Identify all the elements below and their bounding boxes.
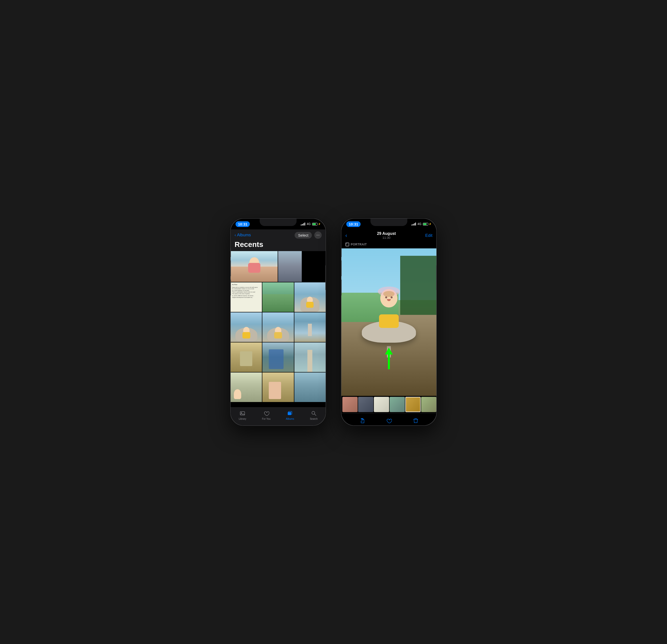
signal-bar-1 [301, 225, 302, 225]
status-bar-right: 10:31 4G ⚡ [341, 219, 436, 229]
back-label: Albums [237, 232, 251, 238]
grid-row-3 [231, 312, 326, 342]
photo-4-img: Its Fine Space ails us moderna: we are s… [231, 283, 262, 312]
grid-row-1 [231, 251, 326, 282]
photo-8[interactable] [262, 312, 294, 342]
tab-albums[interactable]: Albums [278, 410, 302, 420]
battery-icon-right: ⚡ [423, 223, 432, 225]
page-title: Recents [234, 240, 322, 248]
status-time-left: 10:31 [235, 221, 250, 227]
detail-time: 11:30 [377, 236, 396, 240]
detail-nav: ‹ 29 August 11:30 Edit [341, 229, 436, 242]
library-icon [239, 410, 246, 417]
photo-4[interactable]: Its Fine Space ails us moderna: we are s… [231, 283, 262, 312]
mute-button-right [341, 248, 342, 257]
back-chevron-icon: ‹ [234, 232, 236, 238]
main-photo-baby-bowl [341, 248, 436, 396]
back-chevron-icon-right: ‹ [345, 232, 347, 239]
app-container: 10:31 4G ⚡ [230, 218, 437, 426]
film-thumb-1[interactable] [342, 397, 358, 412]
volume-down-button-right [341, 280, 342, 295]
photo-3-img [302, 251, 326, 282]
portrait-badge-area: PORTRAIT [341, 242, 436, 248]
grid-row-5 [231, 372, 326, 402]
film-thumb-4[interactable] [390, 397, 405, 412]
right-phone-screen: 10:31 4G ⚡ [341, 219, 436, 425]
left-phone-screen: 10:31 4G ⚡ [231, 219, 326, 425]
right-phone: 10:31 4G ⚡ [341, 218, 437, 426]
portrait-mode-icon [345, 242, 349, 246]
power-button-right [436, 265, 437, 290]
grid-row-4 [231, 342, 326, 372]
select-button[interactable]: Select [295, 232, 312, 239]
photo-14[interactable] [262, 372, 294, 402]
photo-7-selected[interactable] [231, 312, 262, 342]
photo-13[interactable] [231, 372, 262, 402]
tab-for-you-label: For You [262, 418, 271, 420]
film-thumb-3[interactable] [374, 397, 389, 412]
power-button [325, 265, 326, 290]
network-type-right: 4G [418, 222, 421, 226]
edit-button[interactable]: Edit [425, 233, 433, 238]
baby-eye-left [385, 296, 387, 299]
photo-8-img [262, 312, 294, 342]
photos-app: ‹ Albums Select ··· Recents [231, 229, 326, 425]
arrow-head [385, 348, 393, 354]
film-strip[interactable] [341, 396, 436, 413]
status-right-left: 4G ⚡ [301, 222, 321, 226]
photo-1[interactable] [231, 251, 278, 282]
albums-icon [287, 410, 293, 417]
for-you-icon [263, 410, 270, 417]
photo-6-img [294, 283, 326, 312]
baby-eye-right [391, 296, 393, 299]
detail-back-button[interactable]: ‹ [345, 232, 347, 239]
left-phone: 10:31 4G ⚡ [230, 218, 326, 426]
photo-11-img [262, 342, 294, 372]
arrow-shaft [388, 354, 390, 369]
film-thumb-6[interactable] [421, 397, 436, 412]
tab-library-label: Library [239, 418, 246, 420]
photo-detail-app: ‹ 29 August 11:30 Edit [341, 229, 436, 425]
nav-actions: Select ··· [295, 231, 322, 239]
signal-bar-3 [303, 223, 304, 225]
photo-15[interactable] [294, 372, 326, 402]
photos-nav: ‹ Albums Select ··· Recents [231, 229, 326, 251]
share-button[interactable] [358, 417, 366, 424]
more-button[interactable]: ··· [314, 231, 322, 239]
tab-library[interactable]: Library [231, 410, 255, 420]
svg-rect-6 [346, 243, 349, 246]
favorite-button[interactable] [385, 417, 393, 424]
signal-bar-r2 [413, 224, 413, 225]
photo-12[interactable] [294, 342, 326, 372]
film-thumb-2[interactable] [358, 397, 373, 412]
photo-14-img [262, 372, 294, 402]
green-arrow [385, 348, 393, 369]
detail-date: 29 August [377, 231, 396, 236]
baby-hair [383, 291, 394, 297]
delete-button[interactable] [412, 417, 419, 424]
photo-15-img [294, 372, 326, 402]
photos-grid[interactable]: Its Fine Space ails us moderna: we are s… [231, 251, 326, 407]
photo-9[interactable] [294, 312, 326, 342]
albums-back-button[interactable]: ‹ Albums [234, 232, 251, 238]
tab-bar: Library For You [231, 407, 326, 425]
photo-2[interactable] [278, 251, 302, 282]
tab-search-label: Search [310, 418, 318, 420]
photo-12-img [294, 342, 326, 372]
photo-3[interactable] [302, 251, 326, 282]
network-type-left: 4G [307, 222, 311, 226]
svg-point-4 [312, 412, 315, 414]
baby-head [380, 289, 397, 307]
photo-10[interactable] [231, 342, 262, 372]
photo-6[interactable] [294, 283, 326, 312]
photo-5[interactable] [262, 283, 294, 312]
tab-for-you[interactable]: For You [255, 410, 278, 420]
volume-down-button [230, 280, 231, 295]
svg-point-1 [241, 412, 242, 413]
film-thumb-5-selected[interactable] [405, 397, 421, 412]
signal-bar-2 [302, 224, 303, 225]
main-photo-area[interactable] [341, 248, 436, 396]
photo-11[interactable] [262, 342, 294, 372]
tab-search[interactable]: Search [302, 410, 326, 420]
mute-button [230, 248, 231, 257]
